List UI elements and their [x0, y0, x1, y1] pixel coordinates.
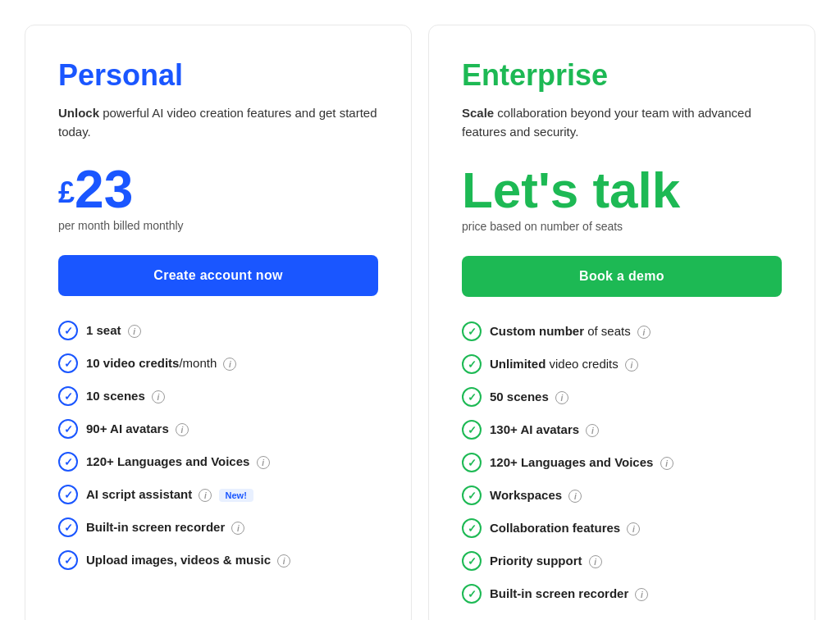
list-item: ✓Priority support i [462, 551, 782, 571]
personal-currency: £ [58, 176, 75, 209]
check-icon: ✓ [58, 452, 78, 472]
list-item: ✓Unlimited video credits i [462, 354, 782, 374]
feature-text: Priority support i [490, 554, 602, 569]
feature-text: Upload images, videos & music i [86, 553, 290, 568]
list-item: ✓10 video credits/month i [58, 353, 378, 373]
info-icon[interactable]: i [277, 554, 290, 568]
pricing-container: Personal Unlock powerful AI video creati… [16, 16, 824, 620]
enterprise-plan-title: Enterprise [462, 58, 782, 93]
info-icon[interactable]: i [152, 390, 165, 403]
feature-text: Unlimited video credits i [490, 357, 638, 372]
info-icon[interactable]: i [586, 424, 599, 437]
feature-text: Workspaces i [490, 488, 582, 504]
enterprise-description-bold: Scale [462, 106, 494, 120]
check-icon: ✓ [462, 584, 482, 604]
feature-text: 1 seat i [86, 323, 141, 339]
list-item: ✓Workspaces i [462, 486, 782, 505]
personal-description-bold: Unlock [58, 106, 99, 120]
info-icon[interactable]: i [199, 489, 212, 502]
feature-text: 50 scenes i [490, 390, 568, 405]
check-icon: ✓ [58, 517, 78, 537]
list-item: ✓120+ Languages and Voices i [462, 453, 782, 472]
list-item: ✓90+ AI avatars i [58, 419, 378, 439]
personal-price-display: £23 [58, 163, 378, 216]
check-icon: ✓ [58, 419, 78, 439]
list-item: ✓Built-in screen recorder i [462, 584, 782, 604]
info-icon[interactable]: i [223, 358, 236, 371]
list-item: ✓Custom number of seats i [462, 321, 782, 341]
list-item: ✓50 scenes i [462, 387, 782, 407]
info-icon[interactable]: i [128, 325, 141, 338]
enterprise-lets-talk-sub: price based on number of seats [462, 220, 782, 233]
enterprise-description-rest: collaboration beyond your team with adva… [462, 106, 751, 139]
list-item: ✓Collaboration features i [462, 518, 782, 538]
list-item: ✓AI script assistant i New! [58, 485, 378, 504]
check-icon: ✓ [462, 518, 482, 538]
info-icon[interactable]: i [635, 588, 648, 601]
check-icon: ✓ [58, 321, 78, 340]
personal-plan-description: Unlock powerful AI video creation featur… [58, 104, 378, 144]
check-icon: ✓ [462, 486, 482, 505]
personal-amount: 23 [75, 160, 133, 219]
personal-description-rest: powerful AI video creation features and … [58, 106, 377, 139]
personal-price-period: per month billed monthly [58, 219, 378, 232]
list-item: ✓130+ AI avatars i [462, 420, 782, 440]
feature-text: Built-in screen recorder i [490, 586, 648, 602]
info-icon[interactable]: i [589, 555, 602, 568]
check-icon: ✓ [462, 387, 482, 407]
feature-text: 120+ Languages and Voices i [490, 455, 673, 471]
enterprise-plan-description: Scale collaboration beyond your team wit… [462, 104, 782, 144]
check-icon: ✓ [58, 485, 78, 504]
feature-text: Custom number of seats i [490, 324, 651, 340]
enterprise-cta-button[interactable]: Book a demo [462, 256, 782, 297]
feature-text: Collaboration features i [490, 521, 640, 536]
new-badge: New! [219, 489, 253, 502]
list-item: ✓120+ Languages and Voices i [58, 452, 378, 472]
check-icon: ✓ [462, 420, 482, 440]
check-icon: ✓ [462, 551, 482, 571]
feature-text: AI script assistant i New! [86, 487, 253, 503]
check-icon: ✓ [462, 321, 482, 341]
enterprise-features-list: ✓Custom number of seats i✓Unlimited vide… [462, 321, 782, 604]
enterprise-lets-talk: Let's talk [462, 163, 782, 217]
personal-features-list: ✓1 seat i✓10 video credits/month i✓10 sc… [58, 321, 378, 570]
personal-plan-card: Personal Unlock powerful AI video creati… [25, 25, 412, 620]
info-icon[interactable]: i [257, 456, 270, 469]
list-item: ✓1 seat i [58, 321, 378, 340]
info-icon[interactable]: i [625, 358, 638, 372]
enterprise-price-block: Let's talk price based on number of seat… [462, 163, 782, 233]
feature-text: 130+ AI avatars i [490, 422, 599, 438]
personal-plan-title: Personal [58, 58, 378, 93]
info-icon[interactable]: i [637, 326, 651, 339]
check-icon: ✓ [58, 386, 78, 406]
list-item: ✓10 scenes i [58, 386, 378, 406]
info-icon[interactable]: i [568, 490, 582, 503]
info-icon[interactable]: i [660, 457, 673, 470]
check-icon: ✓ [462, 453, 482, 472]
enterprise-plan-card: Enterprise Scale collaboration beyond yo… [428, 25, 815, 620]
info-icon[interactable]: i [555, 391, 568, 404]
check-icon: ✓ [58, 353, 78, 373]
info-icon[interactable]: i [231, 522, 244, 535]
feature-text: 90+ AI avatars i [86, 422, 189, 437]
check-icon: ✓ [58, 550, 78, 570]
feature-text: 10 video credits/month i [86, 356, 236, 372]
personal-price-block: £23 per month billed monthly [58, 163, 378, 232]
info-icon[interactable]: i [176, 423, 189, 436]
info-icon[interactable]: i [627, 522, 640, 536]
list-item: ✓Built-in screen recorder i [58, 517, 378, 537]
check-icon: ✓ [462, 354, 482, 374]
feature-text: 120+ Languages and Voices i [86, 454, 270, 470]
list-item: ✓Upload images, videos & music i [58, 550, 378, 570]
feature-text: Built-in screen recorder i [86, 520, 244, 536]
personal-cta-button[interactable]: Create account now [58, 255, 378, 296]
feature-text: 10 scenes i [86, 389, 165, 404]
